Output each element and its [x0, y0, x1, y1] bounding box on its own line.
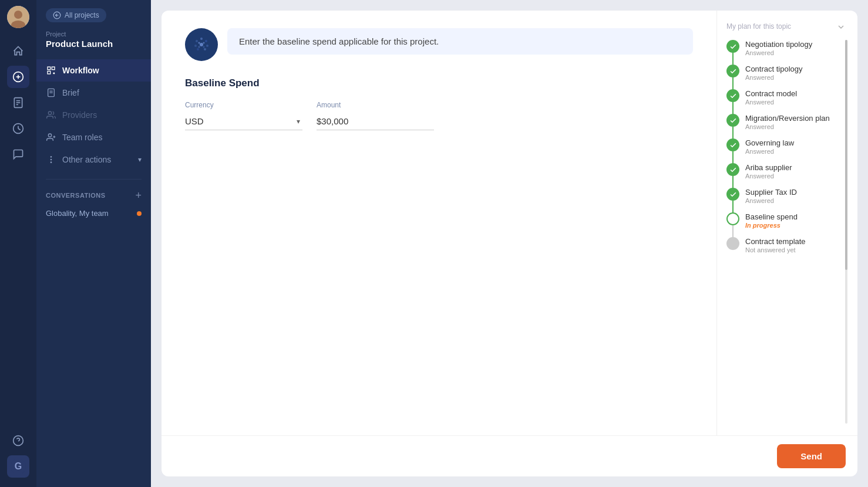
sidebar-item-workflow[interactable]: Workflow [36, 59, 151, 82]
plan-item-status-supplier_tax_id: Answered [745, 197, 797, 204]
g-logo: G [7, 455, 29, 478]
plan-item-status-neg_tipology: Answered [745, 49, 812, 56]
form-row: Currency USD EUR GBP ▾ Amount [185, 101, 693, 130]
chart-icon[interactable] [7, 117, 29, 140]
form-area: Enter the baseline spend applicable for … [162, 11, 716, 435]
card-body: Enter the baseline spend applicable for … [162, 11, 857, 435]
add-icon[interactable] [7, 66, 29, 88]
all-projects-button[interactable]: All projects [46, 8, 106, 22]
plan-item-name-contract_template: Contract template [745, 237, 806, 246]
currency-label: Currency [185, 101, 302, 109]
plan-dot-baseline_spend [726, 212, 739, 225]
svg-point-37 [197, 48, 199, 50]
conversations-section: CONVERSATIONS + Globality, My team [36, 183, 151, 227]
sidebar-divider [46, 179, 142, 180]
plan-items-area: Negotiation tipologyAnsweredContract tip… [726, 40, 848, 424]
conversation-item[interactable]: Globality, My team [46, 207, 142, 220]
sidebar: All projects Project Product Launch Work… [36, 0, 151, 487]
currency-group: Currency USD EUR GBP ▾ [185, 101, 302, 130]
home-icon[interactable] [7, 40, 29, 62]
plan-scrollbar-track [845, 40, 847, 424]
plan-dot-contract_template [726, 237, 739, 250]
all-projects-label: All projects [65, 11, 99, 19]
plan-item-status-contract_model: Answered [745, 99, 797, 106]
svg-point-27 [51, 157, 51, 157]
plan-item-status-contract_template: Not answered yet [745, 246, 806, 253]
amount-group: Amount [317, 101, 693, 130]
icon-bar: G [0, 0, 36, 487]
plan-item-status-baseline_spend: In progress [745, 222, 798, 229]
workflow-icon [46, 65, 56, 76]
user-avatar[interactable] [7, 6, 29, 28]
svg-point-33 [205, 40, 207, 42]
conversations-header: CONVERSATIONS + [46, 190, 142, 201]
sidebar-item-label-workflow: Workflow [62, 66, 99, 75]
plan-item-name-migration_reversion: Migration/Reversion plan [745, 114, 830, 123]
svg-point-36 [206, 45, 208, 47]
send-button[interactable]: Send [777, 444, 846, 468]
plan-item-name-governing_law: Governing law [745, 138, 794, 147]
plan-item-name-ariba_supplier: Ariba supplier [745, 163, 792, 172]
svg-point-35 [200, 43, 203, 46]
sidebar-nav: Workflow Brief Providers [36, 55, 151, 175]
form-section-title: Baseline Spend [185, 77, 693, 89]
plan-item-ariba_supplier: Ariba supplierAnswered [726, 163, 848, 180]
collapse-button[interactable] [833, 19, 849, 35]
plan-dot-contract_tipology [726, 65, 739, 77]
sidebar-item-label-providers: Providers [62, 110, 97, 120]
plan-dot-ariba_supplier [726, 163, 739, 176]
plan-dot-governing_law [726, 138, 739, 151]
sidebar-item-other-actions[interactable]: Other actions ▾ [36, 148, 151, 171]
main-card: Enter the baseline spend applicable for … [162, 11, 857, 476]
svg-point-41 [199, 46, 200, 48]
plan-panel: My plan for this topic Negotiation tipol… [716, 11, 857, 435]
card-footer: Send [162, 435, 857, 476]
svg-point-34 [194, 45, 197, 47]
plan-item-status-ariba_supplier: Answered [745, 173, 792, 180]
plan-item-governing_law: Governing lawAnswered [726, 138, 848, 155]
svg-point-1 [14, 11, 22, 19]
amount-label: Amount [317, 101, 693, 109]
other-actions-icon [46, 154, 56, 165]
sidebar-item-brief[interactable]: Brief [36, 82, 151, 104]
sidebar-item-label-team-roles: Team roles [62, 133, 102, 142]
svg-rect-17 [48, 67, 51, 70]
currency-select[interactable]: USD EUR GBP [185, 113, 302, 130]
sidebar-item-label-other-actions: Other actions [62, 155, 111, 164]
plan-items-list: Negotiation tipologyAnsweredContract tip… [726, 40, 848, 253]
plan-dot-supplier_tax_id [726, 188, 739, 201]
amount-input[interactable] [317, 113, 434, 130]
chat-icon[interactable] [7, 143, 29, 165]
plan-scrollbar-thumb [845, 40, 847, 270]
main-area: Enter the baseline spend applicable for … [151, 0, 868, 487]
docs-icon[interactable] [7, 92, 29, 114]
svg-point-29 [51, 162, 51, 163]
brief-icon [46, 87, 56, 98]
sidebar-top: All projects Project Product Launch [36, 0, 151, 55]
plan-item-migration_reversion: Migration/Reversion planAnswered [726, 114, 848, 130]
plan-item-name-supplier_tax_id: Supplier Tax ID [745, 188, 797, 197]
conversation-name: Globality, My team [46, 209, 109, 218]
svg-point-38 [204, 48, 206, 50]
svg-text:G: G [15, 461, 22, 471]
plan-title: My plan for this topic [726, 22, 848, 31]
project-name: Product Launch [46, 39, 142, 49]
plan-item-status-governing_law: Answered [745, 148, 794, 155]
add-conversation-button[interactable]: + [135, 190, 142, 201]
sidebar-item-team-roles[interactable]: Team roles [36, 126, 151, 148]
plan-scrollbar[interactable] [845, 40, 848, 424]
svg-point-31 [196, 40, 198, 42]
svg-point-40 [203, 42, 205, 44]
plan-item-supplier_tax_id: Supplier Tax IDAnswered [726, 188, 848, 204]
help-icon[interactable] [7, 429, 29, 452]
svg-rect-18 [52, 67, 55, 70]
plan-item-contract_template: Contract templateNot answered yet [726, 237, 848, 253]
svg-point-28 [51, 159, 51, 160]
conversation-unread-dot [137, 211, 142, 216]
other-actions-chevron-icon: ▾ [138, 155, 142, 164]
plan-item-name-contract_tipology: Contract tipology [745, 65, 803, 73]
plan-item-contract_model: Contract modelAnswered [726, 89, 848, 106]
topic-icon [185, 28, 218, 61]
plan-item-name-baseline_spend: Baseline spend [745, 212, 798, 221]
sidebar-item-providers: Providers [36, 104, 151, 126]
